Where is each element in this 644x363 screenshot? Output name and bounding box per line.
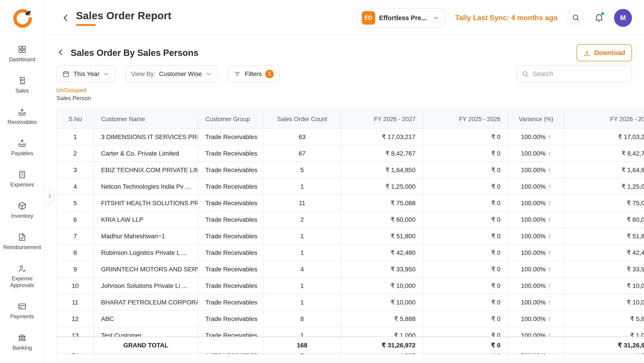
grand-total-fy-previous: ₹ 0	[423, 337, 508, 353]
chevron-down-icon	[432, 14, 440, 21]
company-selector[interactable]: ED Effortless Pre...	[357, 8, 444, 27]
cell-sno: 1	[56, 128, 94, 145]
sidebar-item-dashboard[interactable]: Dashboard	[0, 45, 44, 63]
download-icon	[583, 49, 590, 56]
cell-order-count: 8	[263, 311, 341, 327]
banking-icon	[18, 333, 27, 343]
table-body: 1 3 DIMENSIONS IT SERVICES PRIVATE LIMIT…	[56, 128, 644, 360]
cell-fy-current-2: ₹ 10,000	[564, 277, 644, 294]
sidebar-item-expenses[interactable]: Expenses	[0, 170, 44, 188]
company-name: Effortless Pre...	[379, 14, 427, 21]
table-row[interactable]: 9 GRINNTECH MOTORS AND SERVICES Trade Re…	[56, 261, 644, 277]
table-row[interactable]: 1 3 DIMENSIONS IT SERVICES PRIVATE LIMIT…	[56, 128, 644, 145]
user-avatar[interactable]: M	[614, 9, 632, 26]
sidebar-item-receivables[interactable]: Receivables	[0, 107, 44, 126]
cell-fy-current-2: ₹ 1,64,850	[564, 162, 644, 178]
cell-order-count: 1	[263, 294, 341, 311]
cell-customer-name: Johnson Solutions Private Li ...	[94, 277, 198, 294]
reimbursement-icon	[18, 232, 27, 242]
sidebar-item-reimbursement[interactable]: Reimbursement	[0, 232, 44, 251]
column-header-customer-group[interactable]: Customer Group	[198, 110, 263, 128]
variance-value: 100.00%	[521, 249, 546, 256]
table-row[interactable]: 4 Netcon Technologies India Pv ... Trade…	[56, 178, 644, 195]
header-back-button[interactable]	[60, 12, 72, 23]
cell-fy-current-2: ₹ 42,480	[564, 244, 644, 261]
cell-order-count: 11	[263, 195, 341, 211]
table-row[interactable]: 6 KRIA LAW LLP Trade Receivables 2 ₹ 60,…	[56, 211, 644, 228]
table-row[interactable]: 7 Madhur Maheshwari~1 Trade Receivables …	[56, 228, 644, 244]
cell-fy-previous: ₹ 0	[423, 228, 508, 244]
calendar-icon	[62, 70, 70, 77]
date-range-dropdown[interactable]: This Year	[56, 65, 116, 82]
search-input[interactable]	[533, 70, 627, 77]
filters-button[interactable]: Filters 1	[228, 65, 280, 82]
grouping-mode: UnGrouped	[56, 87, 91, 93]
table-row[interactable]: 5 FITSHIT HEALTH SOLUTIONS PRIVATE LIMIT…	[56, 195, 644, 211]
cell-customer-group: Trade Receivables	[198, 294, 263, 311]
cell-fy-current-2: ₹ 17,03,217	[564, 128, 644, 145]
sidebar-item-banking[interactable]: Banking	[0, 333, 44, 351]
chevron-right-icon	[46, 193, 52, 199]
column-header-fy-current[interactable]: FY 2026 - 2027	[341, 110, 423, 128]
cell-fy-current: ₹ 1,64,850	[341, 162, 423, 178]
variance-up-icon: ↑	[548, 266, 551, 273]
filter-icon	[234, 70, 241, 77]
cell-customer-group: Trade Receivables	[198, 261, 263, 277]
cell-variance: 100.00%↑	[508, 162, 564, 178]
sidebar-item-inventory[interactable]: Inventory	[0, 201, 44, 220]
table-row[interactable]: 11 BHARAT PETROLEUM CORPORATION Trade Re…	[56, 294, 644, 311]
cell-fy-current: ₹ 10,000	[341, 277, 423, 294]
sidebar-item-label: Expense Approvals	[2, 275, 42, 289]
table-row[interactable]: 12 ABC Trade Receivables 8 ₹ 5,888 ₹ 0 1…	[56, 311, 644, 327]
variance-up-icon: ↑	[548, 183, 551, 190]
cell-order-count: 2	[263, 211, 341, 228]
inventory-icon	[18, 201, 27, 211]
table-row[interactable]: 10 Johnson Solutions Private Li ... Trad…	[56, 277, 644, 294]
cell-fy-previous: ₹ 0	[423, 211, 508, 228]
cell-fy-current: ₹ 33,950	[341, 261, 423, 277]
dashboard-icon	[18, 45, 27, 54]
grand-total-count: 168	[264, 337, 341, 353]
sidebar-item-payments[interactable]: Payments	[0, 302, 44, 320]
receivables-icon	[18, 107, 27, 117]
date-range-value: This Year	[73, 70, 100, 77]
column-header-variance[interactable]: Variance (%)	[508, 110, 564, 128]
payables-icon	[18, 139, 27, 148]
column-header-order-count[interactable]: Sales Order Count	[263, 110, 341, 128]
cell-order-count: 1	[263, 228, 341, 244]
cell-variance: 100.00%↑	[508, 228, 564, 244]
cell-fy-previous: ₹ 0	[423, 128, 508, 145]
variance-value: 100.00%	[521, 183, 546, 190]
sidebar-item-payables[interactable]: Payables	[0, 139, 44, 157]
download-button[interactable]: Download	[576, 44, 632, 61]
cell-order-count: 1	[263, 277, 341, 294]
notification-dot	[600, 11, 605, 15]
sidebar-expand-toggle[interactable]	[45, 187, 54, 206]
report-back-button[interactable]	[56, 48, 66, 58]
table-row[interactable]: 2 Carter & Co. Private Limited Trade Rec…	[56, 145, 644, 162]
column-header-customer-name[interactable]: Customer Name	[94, 110, 198, 128]
variance-up-icon: ↑	[548, 315, 551, 322]
column-header-fy-current-2[interactable]: FY 2026 - 2027	[564, 110, 644, 128]
sidebar-item-expense-approvals[interactable]: Expense Approvals	[0, 264, 44, 289]
notifications-button[interactable]	[590, 9, 608, 26]
table-row[interactable]: 8 Robinson Logistics Private L ... Trade…	[56, 244, 644, 261]
app-root: Dashboard Sales Receivables Payables Exp…	[0, 0, 644, 363]
app-logo[interactable]	[12, 7, 33, 29]
table-row[interactable]: 3 EBIZ TECHNIX.COM PRIVATE LIMITED Trade…	[56, 162, 644, 178]
variance-value: 100.00%	[521, 133, 546, 140]
cell-customer-group: Trade Receivables	[198, 195, 263, 211]
cell-customer-group: Trade Receivables	[198, 228, 263, 244]
view-by-label: View By:	[131, 70, 156, 77]
cell-fy-previous: ₹ 0	[423, 294, 508, 311]
column-header-sno[interactable]: S.No	[56, 110, 94, 128]
cell-sno: 9	[56, 261, 94, 277]
column-header-fy-previous[interactable]: FY 2025 - 2026	[423, 110, 508, 128]
cell-variance: 100.00%↑	[508, 145, 564, 162]
grand-total-fy-current-2: ₹ 31,26,972	[564, 337, 644, 353]
sidebar-item-sales[interactable]: Sales	[0, 76, 44, 94]
global-search-button[interactable]	[567, 9, 584, 26]
chevron-left-icon	[56, 48, 65, 57]
variance-value: 100.00%	[521, 150, 546, 157]
view-by-dropdown[interactable]: View By: Customer Wise	[126, 65, 218, 82]
